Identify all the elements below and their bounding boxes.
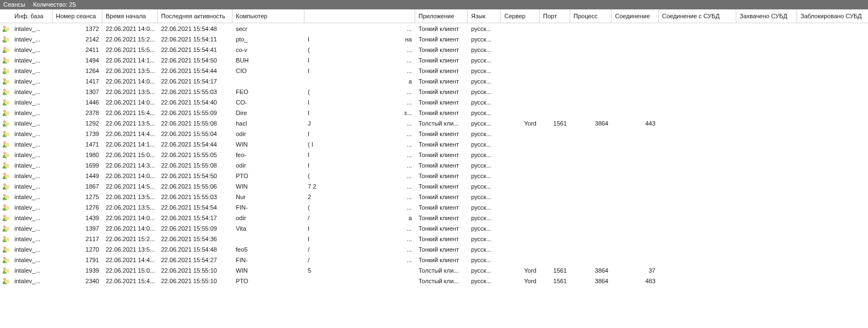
- cell-infobase: intalev_...: [11, 212, 53, 223]
- table-row[interactable]: intalev_...143922.06.2021 14:0...22.06.2…: [0, 212, 868, 223]
- cell-dbms-blocked: [797, 160, 868, 170]
- cell-dbms-conn: [659, 76, 736, 86]
- cell-connection: [612, 76, 659, 86]
- cell-dbms-conn: [659, 44, 736, 55]
- cell-hidden: (...: [304, 202, 415, 212]
- header-application[interactable]: Приложение: [415, 9, 468, 23]
- cell-session-num: 1449: [53, 170, 102, 181]
- cell-dbms-conn: [659, 181, 736, 191]
- table-row[interactable]: intalev_...241122.06.2021 15:5...22.06.2…: [0, 44, 868, 55]
- table-row[interactable]: intalev_...139722.06.2021 14:0...22.06.2…: [0, 223, 868, 233]
- cell-dbms-blocked: [797, 212, 868, 223]
- header-infobase[interactable]: Инф. база: [11, 9, 53, 23]
- cell-last-activity: 22.06.2021 15:55:08: [158, 160, 232, 170]
- header-computer[interactable]: Компьютер: [232, 9, 304, 23]
- table-row[interactable]: intalev_...127022.06.2021 13:5...22.06.2…: [0, 244, 868, 254]
- header-icon-col[interactable]: [0, 9, 11, 23]
- cell-process: [570, 107, 612, 118]
- cell-process: [570, 223, 612, 233]
- svg-rect-21: [5, 80, 9, 83]
- table-row[interactable]: intalev_...144622.06.2021 14:0...22.06.2…: [0, 97, 868, 107]
- header-server[interactable]: Сервер: [501, 9, 540, 23]
- table-row[interactable]: intalev_...127522.06.2021 13:5...22.06.2…: [0, 191, 868, 202]
- table-row[interactable]: intalev_...179122.06.2021 14:4...22.06.2…: [0, 254, 868, 265]
- cell-dbms-captured: [736, 34, 797, 44]
- header-dbms-captured[interactable]: Захвачено СУБД: [736, 9, 797, 23]
- cell-dbms-blocked: [797, 55, 868, 65]
- header-start-time[interactable]: Время начала: [102, 9, 158, 23]
- table-row[interactable]: intalev_...144922.06.2021 14:0...22.06.2…: [0, 170, 868, 181]
- header-language[interactable]: Язык: [468, 9, 501, 23]
- cell-process: [570, 34, 612, 44]
- cell-dbms-blocked: [797, 275, 868, 286]
- header-session-num[interactable]: Номер сеанса: [53, 9, 102, 23]
- cell-hidden: J...: [304, 118, 415, 128]
- cell-start-time: 22.06.2021 13:5...: [102, 191, 158, 202]
- cell-dbms-captured: [736, 97, 797, 107]
- cell-language: русск...: [468, 65, 501, 76]
- session-icon: [0, 34, 11, 44]
- cell-dbms-blocked: [797, 149, 868, 160]
- header-connection[interactable]: Соединение: [612, 9, 659, 23]
- cell-port: [540, 97, 570, 107]
- cell-port: [540, 76, 570, 86]
- cell-process: [570, 44, 612, 55]
- cell-dbms-conn: [659, 223, 736, 233]
- cell-hidden: /...: [304, 244, 415, 254]
- table-row[interactable]: intalev_...137222.06.2021 14:0...22.06.2…: [0, 23, 868, 34]
- cell-process: 3864: [570, 265, 612, 275]
- cell-computer: pto_: [232, 34, 304, 44]
- cell-process: [570, 76, 612, 86]
- table-row[interactable]: intalev_...147122.06.2021 14:1...22.06.2…: [0, 139, 868, 149]
- cell-hidden: I...: [304, 233, 415, 244]
- table-row[interactable]: intalev_...173922.06.2021 14:4...22.06.2…: [0, 128, 868, 139]
- cell-port: [540, 128, 570, 139]
- table-row[interactable]: intalev_...130722.06.2021 13:5...22.06.2…: [0, 86, 868, 97]
- cell-computer: hacl: [232, 118, 304, 128]
- svg-rect-61: [5, 185, 9, 188]
- cell-infobase: intalev_...: [11, 275, 53, 286]
- table-row[interactable]: intalev_...141722.06.2021 14:0...22.06.2…: [0, 76, 868, 86]
- cell-last-activity: 22.06.2021 15:55:10: [158, 265, 232, 275]
- header-last-activity[interactable]: Последняя активность: [158, 9, 232, 23]
- cell-dbms-blocked: [797, 34, 868, 44]
- table-row[interactable]: intalev_...149422.06.2021 14:1...22.06.2…: [0, 55, 868, 65]
- table-row[interactable]: intalev_...234022.06.2021 15:4...22.06.2…: [0, 275, 868, 286]
- svg-rect-53: [5, 164, 9, 167]
- session-icon: [0, 65, 11, 76]
- cell-process: [570, 181, 612, 191]
- table-row[interactable]: intalev_...198022.06.2021 15:0...22.06.2…: [0, 149, 868, 160]
- session-icon: [0, 118, 11, 128]
- table-row[interactable]: intalev_...211722.06.2021 15:2...22.06.2…: [0, 233, 868, 244]
- table-row[interactable]: intalev_...169922.06.2021 14:3...22.06.2…: [0, 160, 868, 170]
- cell-dbms-conn: [659, 212, 736, 223]
- cell-hidden: I...: [304, 97, 415, 107]
- header-port[interactable]: Порт: [540, 9, 570, 23]
- cell-application: Толстый кли...: [415, 265, 468, 275]
- header-dbms-blocked[interactable]: Заблокировано СУБД: [797, 9, 868, 23]
- cell-hidden: [304, 275, 415, 286]
- table-row[interactable]: intalev_...127622.06.2021 13:5...22.06.2…: [0, 202, 868, 212]
- cell-dbms-blocked: [797, 191, 868, 202]
- svg-rect-5: [5, 38, 9, 41]
- table-row[interactable]: intalev_...193922.06.2021 15:0...22.06.2…: [0, 265, 868, 275]
- table-row[interactable]: intalev_...129222.06.2021 13:5...22.06.2…: [0, 118, 868, 128]
- cell-language: русск...: [468, 275, 501, 286]
- header-process[interactable]: Процесс: [570, 9, 612, 23]
- cell-computer: feo-: [232, 149, 304, 160]
- cell-language: русск...: [468, 139, 501, 149]
- cell-process: [570, 244, 612, 254]
- table-row[interactable]: intalev_...214222.06.2021 15:2...22.06.2…: [0, 34, 868, 44]
- cell-start-time: 22.06.2021 13:5...: [102, 86, 158, 97]
- session-icon: [0, 97, 11, 107]
- header-dbms-conn[interactable]: Соединение с СУБД: [659, 9, 736, 23]
- table-row[interactable]: intalev_...186722.06.2021 14:5...22.06.2…: [0, 181, 868, 191]
- cell-port: 1561: [540, 265, 570, 275]
- count-text: Количество: 25: [33, 0, 76, 9]
- cell-dbms-captured: [736, 191, 797, 202]
- header-hidden[interactable]: [304, 9, 415, 23]
- table-row[interactable]: intalev_...237822.06.2021 15:4...22.06.2…: [0, 107, 868, 118]
- cell-computer: FIN-: [232, 202, 304, 212]
- table-row[interactable]: intalev_...126422.06.2021 13:5...22.06.2…: [0, 65, 868, 76]
- cell-computer: Nur: [232, 191, 304, 202]
